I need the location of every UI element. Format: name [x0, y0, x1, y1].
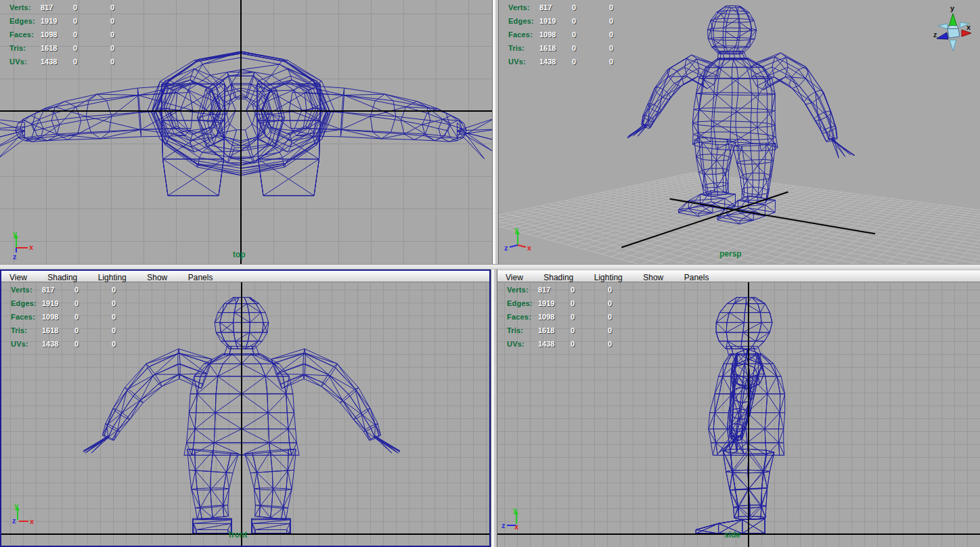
hud-row: Tris:161800 [497, 324, 673, 338]
viewport-top[interactable]: Verts:81700Edges:191900Faces:109800Tris:… [0, 0, 492, 264]
hud-stat-value: 1618 [41, 44, 57, 52]
hud-stat-value: 0 [608, 326, 612, 334]
hud-stat-value: 1919 [42, 299, 58, 307]
viewport-label-front: front [229, 530, 247, 540]
hud-stat-value: 0 [110, 44, 114, 52]
menu-item-lighting[interactable]: Lighting [98, 272, 127, 283]
axis-x-label: x [527, 244, 532, 252]
panel-menubar-side: View Shading Lighting Show Panels [497, 271, 980, 282]
hud-stat-label: Edges: [9, 17, 35, 25]
hud-row: UVs:143800 [0, 56, 176, 69]
hud-stat-value: 0 [571, 313, 575, 321]
hud-stat-value: 0 [73, 58, 77, 66]
axis-y-label: y [13, 229, 18, 238]
menu-item-panels[interactable]: Panels [684, 272, 709, 283]
viewport-front[interactable]: Verts:81700Edges:191900Faces:109800Tris:… [1, 282, 489, 546]
hud-stat-value: 0 [609, 3, 613, 12]
hud-stat-value: 1919 [41, 17, 57, 25]
hud-stat-label: Tris: [11, 326, 27, 334]
hud-stat-label: Tris: [507, 326, 523, 334]
hud-stat-value: 817 [42, 286, 54, 294]
hud-stat-value: 0 [572, 3, 576, 12]
hud-stat-label: Edges: [11, 299, 37, 307]
axis-x-label: x [30, 517, 35, 525]
hud-stat-value: 1438 [41, 58, 57, 66]
viewport-label-side: side [724, 530, 740, 540]
compass-left-up-cone[interactable] [938, 24, 948, 29]
hud-row: Verts:81700 [497, 284, 673, 297]
hud-stat-value: 1098 [41, 30, 57, 39]
viewport-side[interactable]: Verts:81700Edges:191900Faces:109800Tris:… [497, 282, 980, 547]
hud-stat-value: 1919 [539, 17, 556, 25]
viewport-side-panel[interactable]: View Shading Lighting Show Panels Verts:… [497, 269, 980, 547]
hud-stat-value: 817 [538, 286, 550, 294]
hud-stat-value: 0 [73, 3, 77, 12]
hud-stat-label: UVs: [508, 58, 526, 66]
hud-stat-value: 817 [539, 3, 552, 12]
menu-item-panels[interactable]: Panels [188, 272, 213, 283]
hud-stat-label: Verts: [9, 3, 31, 12]
menu-item-view[interactable]: View [506, 272, 523, 283]
compass-down-cone[interactable] [950, 40, 956, 51]
hud-stat-value: 1098 [539, 30, 556, 39]
compass-cube-top [948, 26, 958, 28]
hud-row: Verts:81700 [499, 1, 675, 15]
hud-row: UVs:143800 [1, 338, 177, 351]
hud-stat-value: 0 [608, 286, 612, 294]
hud-row: UVs:143800 [497, 338, 673, 351]
hud-row: Faces:109800 [499, 28, 675, 42]
pane-splitter-vertical-top[interactable] [492, 0, 499, 264]
hud-stat-value: 0 [571, 340, 575, 348]
view-compass[interactable]: y x z [933, 3, 973, 53]
compass-z-label: z [933, 30, 937, 39]
hud-stat-label: Edges: [507, 299, 533, 307]
maya-four-view-layout: Verts:81700Edges:191900Faces:109800Tris:… [0, 0, 980, 547]
hud-stat-value: 0 [571, 299, 575, 307]
hud-stat-value: 0 [112, 326, 116, 334]
hud-row: Faces:109800 [497, 311, 673, 324]
menu-item-shading[interactable]: Shading [543, 272, 573, 283]
hud-stat-value: 1438 [539, 58, 556, 66]
pane-splitter-vertical-bottom[interactable] [491, 269, 497, 547]
hud-stat-value: 0 [572, 44, 576, 52]
hud-stat-value: 0 [608, 340, 612, 348]
hud-poly-count-side: Verts:81700Edges:191900Faces:109800Tris:… [497, 284, 673, 351]
compass-z-cone[interactable] [937, 32, 948, 39]
hud-stat-label: UVs: [9, 58, 27, 66]
viewport-front-panel[interactable]: View Shading Lighting Show Panels Verts:… [0, 269, 491, 547]
hud-poly-count-top: Verts:81700Edges:191900Faces:109800Tris:… [0, 1, 176, 69]
hud-stat-value: 0 [112, 299, 116, 307]
menu-item-view[interactable]: View [9, 272, 27, 283]
hud-stat-label: Faces: [11, 313, 35, 321]
pane-splitter-horizontal[interactable] [0, 264, 980, 269]
hud-stat-label: Verts: [11, 286, 32, 294]
hud-stat-value: 0 [608, 299, 612, 307]
hud-stat-value: 0 [110, 30, 114, 39]
hud-row: Edges:191900 [1, 297, 177, 311]
viewport-persp[interactable]: Verts:81700Edges:191900Faces:109800Tris:… [499, 0, 980, 264]
menu-item-shading[interactable]: Shading [47, 272, 77, 283]
axis-indicator-side-view: y z x [502, 505, 533, 536]
hud-stat-value: 0 [572, 17, 576, 25]
hud-stat-value: 0 [609, 30, 613, 39]
compass-cube[interactable] [948, 28, 960, 38]
menu-item-show[interactable]: Show [147, 272, 167, 283]
axis-indicator-top-view: y x z [7, 229, 38, 260]
axis-y-label: y [513, 506, 518, 514]
menu-item-lighting[interactable]: Lighting [594, 272, 623, 283]
menu-item-show[interactable]: Show [643, 272, 663, 283]
hud-stat-value: 0 [110, 58, 114, 66]
compass-y-cone[interactable] [949, 14, 957, 26]
hud-stat-value: 0 [609, 58, 613, 66]
hud-poly-count-front: Verts:81700Edges:191900Faces:109800Tris:… [1, 284, 177, 351]
hud-stat-value: 0 [74, 286, 79, 294]
hud-stat-value: 0 [609, 44, 613, 52]
hud-stat-value: 0 [73, 17, 77, 25]
axis-x-label: x [514, 523, 519, 531]
hud-stat-value: 817 [41, 3, 53, 12]
hud-stat-value: 1618 [42, 326, 58, 334]
hud-stat-value: 0 [74, 326, 79, 334]
hud-stat-label: UVs: [507, 340, 525, 348]
compass-y-label: y [950, 4, 955, 12]
axis-indicator-persp-view: y z x [504, 225, 535, 256]
